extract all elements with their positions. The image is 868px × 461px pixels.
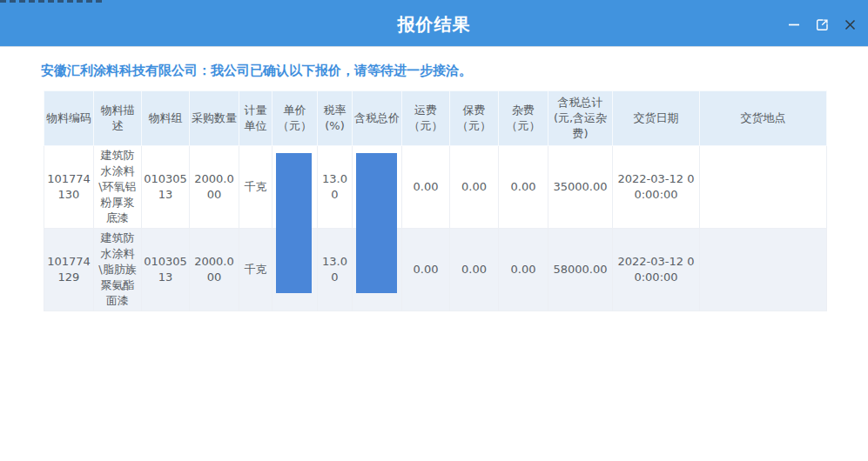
- minimize-button[interactable]: [786, 17, 802, 32]
- confirmation-message: 安徽汇利涂料科技有限公司：我公司已确认以下报价，请等待进一步接洽。: [41, 63, 868, 78]
- col-header-delivery-place: 交货地点: [700, 91, 827, 146]
- col-header-freight: 运费（元）: [402, 91, 450, 146]
- cell-insurance: 0.00: [450, 229, 499, 311]
- table-row: 101774129 建筑防水涂料\脂肪族聚氨酯面漆 01030513 2000.…: [44, 229, 827, 311]
- cell-misc-fee: 0.00: [499, 146, 548, 229]
- col-header-unit: 计量单位: [239, 91, 273, 146]
- cell-freight: 0.00: [402, 146, 450, 229]
- quote-table: 物料编码 物料描述 物料组 采购数量 计量单位 单价（元） 税率(%) 含税总价…: [44, 90, 827, 311]
- cell-purchase-qty: 2000.000: [190, 229, 239, 311]
- cell-tax-rate: 13.00: [318, 229, 353, 311]
- cell-delivery-date: 2022-03-12 00:00:00: [613, 146, 700, 229]
- col-header-material-code: 物料编码: [44, 91, 94, 146]
- cell-unit: 千克: [239, 229, 273, 311]
- col-header-grand-total: 含税总计(元,含运杂费): [548, 91, 613, 146]
- col-header-purchase-qty: 采购数量: [190, 91, 239, 146]
- cell-material-group: 01030513: [142, 146, 190, 229]
- cell-grand-total: 35000.00: [548, 146, 613, 229]
- total-price-mask-bar: [356, 153, 397, 293]
- col-header-unit-price: 单价（元）: [273, 91, 318, 146]
- dialog-title: 报价结果: [0, 3, 868, 46]
- window-controls: [786, 3, 858, 46]
- cell-delivery-place: [700, 229, 827, 311]
- col-header-insurance: 保费（元）: [450, 91, 499, 146]
- cell-material-desc: 建筑防水涂料\脂肪族聚氨酯面漆: [94, 229, 142, 311]
- cell-freight: 0.00: [402, 229, 450, 311]
- maximize-icon: [816, 18, 829, 31]
- cell-material-desc: 建筑防水涂料\环氧铝粉厚浆底漆: [94, 146, 142, 229]
- table-row: 101774130 建筑防水涂料\环氧铝粉厚浆底漆 01030513 2000.…: [44, 146, 827, 229]
- col-header-material-desc: 物料描述: [94, 91, 142, 146]
- close-button[interactable]: [842, 17, 858, 32]
- col-header-tax-rate: 税率(%): [318, 91, 353, 146]
- cell-delivery-date: 2022-03-12 00:00:00: [613, 229, 700, 311]
- cell-tax-rate: 13.00: [318, 146, 353, 229]
- table-header-row: 物料编码 物料描述 物料组 采购数量 计量单位 单价（元） 税率(%) 含税总价…: [44, 91, 827, 146]
- cell-delivery-place: [700, 146, 827, 229]
- col-header-misc-fee: 杂费（元）: [499, 91, 548, 146]
- cell-unit: 千克: [239, 146, 273, 229]
- col-header-total-with-tax: 含税总价: [353, 91, 402, 146]
- unit-price-mask-bar: [276, 153, 312, 293]
- cell-material-code: 101774129: [44, 229, 94, 311]
- col-header-material-group: 物料组: [142, 91, 190, 146]
- minimize-icon: [787, 17, 801, 31]
- cell-purchase-qty: 2000.000: [190, 146, 239, 229]
- col-header-delivery-date: 交货日期: [613, 91, 700, 146]
- cell-material-group: 01030513: [142, 229, 190, 311]
- quote-table-wrap: 物料编码 物料描述 物料组 采购数量 计量单位 单价（元） 税率(%) 含税总价…: [44, 90, 826, 311]
- cell-grand-total: 58000.00: [548, 229, 613, 311]
- dialog-titlebar: 报价结果: [0, 3, 868, 47]
- cell-insurance: 0.00: [450, 146, 499, 229]
- quote-result-dialog: 报价结果 安徽汇利涂料科技有限公司：我公司已: [0, 0, 868, 461]
- cell-material-code: 101774130: [44, 146, 94, 229]
- cell-misc-fee: 0.00: [499, 229, 548, 311]
- maximize-button[interactable]: [814, 17, 830, 32]
- close-icon: [844, 18, 857, 31]
